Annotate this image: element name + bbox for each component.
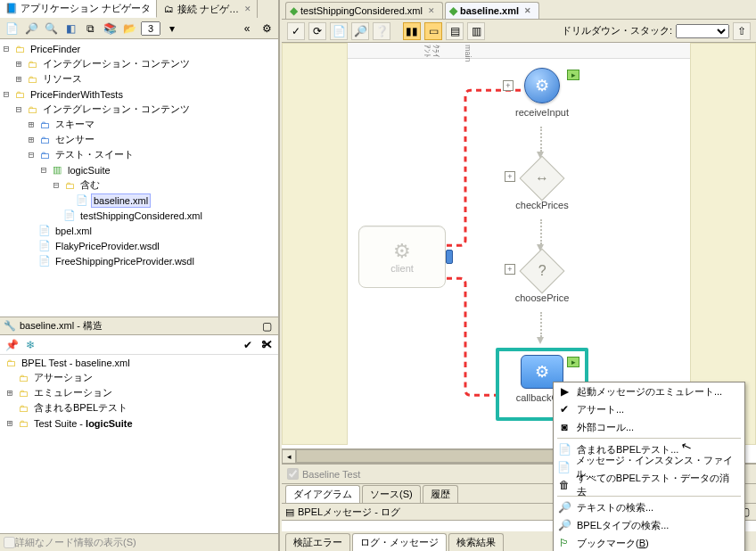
partner-client[interactable]: ⚙ client [358,226,446,288]
ctx-assert[interactable]: ✔アサート... [554,400,744,418]
tree-pft-integration[interactable]: インテグレーション・コンテンツ [41,102,192,117]
folder-icon: 🗀 [16,402,30,415]
project-tree[interactable]: ⊟🗀PriceFinder ⊞🗀インテグレーション・コンテンツ ⊞🗀リソース ⊟… [0,39,278,317]
nav-filter-down-icon[interactable]: ▾ [164,21,180,37]
nav-filter-button[interactable]: 🔍 [43,21,59,37]
tree-pf-integration[interactable]: インテグレーション・コンテンツ [41,56,192,71]
activity-checkprices[interactable]: + ↔ checkPrices [508,162,576,210]
tab-diagram[interactable]: ダイアグラム [285,485,360,503]
et-refresh-button[interactable]: ⟳ [308,22,326,40]
connector [540,219,542,244]
tree-logicsuite[interactable]: logicSuite [66,164,112,177]
nav-open-folder-button[interactable]: 📂 [121,21,137,37]
baseline-test-checkbox[interactable] [287,468,299,480]
tree-freeship[interactable]: FreeShippingPriceProvider.wsdl [53,255,196,267]
nav-toolbar: 📄 🔎 🔍 ◧ ⧉ 📚 📂 ▾ « ⚙ [0,18,278,39]
drill-stack-select[interactable] [676,24,729,38]
struct-emulation[interactable]: エミュレーション [32,385,114,400]
canvas-ruler: ｸﾗｲｱﾝﾄ main [348,43,690,59]
activity-chooseprice[interactable]: + ? choosePrice [508,255,576,303]
tab-history[interactable]: 履歴 [423,485,458,503]
ctx-external-call[interactable]: ◙外部コール... [554,418,744,436]
folder-icon: 🗀 [62,179,77,192]
ctx-emulate-message[interactable]: ▶起動メッセージのエミュレート... [554,382,744,400]
structure-scissors-button[interactable]: ✀ [259,337,275,353]
tree-pricefinderwithtests[interactable]: PriceFinderWithTests [29,88,125,101]
wsdl-icon: 📄 [37,240,52,252]
tab-verify-errors[interactable]: 検証エラー [285,533,350,551]
drill-up-button[interactable]: ⇧ [733,22,751,40]
conn-nav-icon: 🗂 [162,3,175,15]
flow-activity-icon: ↔ [520,156,565,201]
et-validate-button[interactable]: ✓ [287,22,305,40]
tree-pf-resources[interactable]: リソース [41,71,84,86]
ctx-search-text[interactable]: 🔎テキストの検索... [554,498,744,516]
arrow-icon [537,337,544,344]
tree-testship[interactable]: testShippingConsidered.xml [78,210,204,222]
nav-filter-input[interactable] [141,21,160,36]
tree-testsuite[interactable]: テスト・スイート [53,147,136,162]
xml-icon: 📄 [75,194,89,207]
et-toggle3-button[interactable]: ▤ [446,22,464,40]
scroll-left-icon[interactable]: ◂ [282,449,296,464]
structure-close-icon[interactable]: ▢ [259,318,275,334]
nav-refresh-button[interactable]: 📄 [4,21,20,37]
client-port-icon [446,250,453,264]
struct-suite[interactable]: Test Suite - logicSuite [32,417,135,430]
tab-search-results[interactable]: 検索結果 [448,533,504,551]
tree-schema[interactable]: スキーマ [53,117,96,132]
struct-included[interactable]: 含まれるBPELテスト [32,400,129,415]
editor-tab-baseline[interactable]: ◆ baseline.xml ✕ [445,2,539,19]
client-label: client [390,263,414,274]
tab-source[interactable]: ソース(S) [362,485,421,503]
tab-app-navigator[interactable]: 📘 アプリケーション ナビゲータ [0,0,157,18]
search-text-icon: 🔎 [557,501,571,514]
gear-icon: ⚙ [393,240,411,263]
activity-receive[interactable]: + ▸ ⚙ receiveInput [506,68,578,118]
tab-log-messages[interactable]: ログ・メッセージ [352,533,447,551]
nav-library-button[interactable]: 📚 [102,21,118,37]
et-toggle2-button[interactable]: ▭ [424,22,442,40]
struct-assertion[interactable]: アサーション [32,370,94,385]
close-icon[interactable]: ✕ [524,6,531,15]
tree-sensor[interactable]: センサー [53,132,96,147]
tree-pricefinder[interactable]: PriceFinder [29,43,82,55]
tree-baseline[interactable]: baseline.xml [91,193,151,208]
close-icon[interactable]: ✕ [428,6,435,15]
structure-check-button[interactable]: ✔ [240,337,256,353]
scroll-thumb[interactable] [296,449,556,463]
log-title: BPELメッセージ - ログ [298,506,400,519]
assert-icon: ✔ [557,403,571,415]
structure-freeze-button[interactable]: ❄ [22,337,38,353]
tree-flaky[interactable]: FlakyPriceProvider.wsdl [53,240,161,252]
drill-label: ドリルダウン・スタック: [562,24,672,37]
nav-gear-button[interactable]: ⚙ [259,21,275,37]
nav-toggle-button[interactable]: ◧ [62,21,78,37]
et-toggle4-button[interactable]: ▥ [467,22,485,40]
et-toggle1-button[interactable]: ▮▮ [403,22,421,40]
tab-conn-navigator[interactable]: 🗂 接続 ナビゲ… ✕ [157,0,258,18]
app-nav-icon: 📘 [5,3,18,15]
tree-bpel[interactable]: bpel.xml [53,225,94,237]
structure-pin-button[interactable]: 📌 [4,337,20,353]
detail-node-checkbox[interactable] [4,537,15,548]
folder-icon: 🗀 [37,119,52,131]
nav-history-button[interactable]: ⧉ [82,21,98,37]
et-search-button[interactable]: 🔎 [351,22,369,40]
editor-tab-testship[interactable]: ◆ testShippingConsidered.xml ✕ [285,2,443,19]
tab-conn-close-icon[interactable]: ✕ [244,4,251,13]
struct-root[interactable]: BPEL Test - baseline.xml [20,357,132,369]
et-help-button[interactable]: ❔ [373,22,390,40]
ctx-bookmark[interactable]: 🏳ブックマーク(B) [554,534,744,551]
et-new-button[interactable]: 📄 [330,22,348,40]
xml-icon: ◆ [290,4,298,17]
emulate-icon: ▶ [557,385,571,398]
editor-toolbar: ✓ ⟳ 📄 🔎 ❔ ▮▮ ▭ ▤ ▥ ドリルダウン・スタック: ⇧ [282,20,756,43]
nav-find-button[interactable]: 🔎 [23,21,39,37]
ctx-clear-all-test-data[interactable]: 🗑すべてのBPELテスト・データの消去 [554,476,744,494]
nav-collapse-button[interactable]: « [239,21,255,37]
ctx-search-bpel-type[interactable]: 🔎BPELタイプの検索... [554,516,744,534]
structure-tree[interactable]: 🗀BPEL Test - baseline.xml 🗀アサーション ⊞🗀エミュレ… [0,355,278,533]
tree-include[interactable]: 含む [78,177,102,193]
etab-baseline-label: baseline.xml [460,5,519,16]
